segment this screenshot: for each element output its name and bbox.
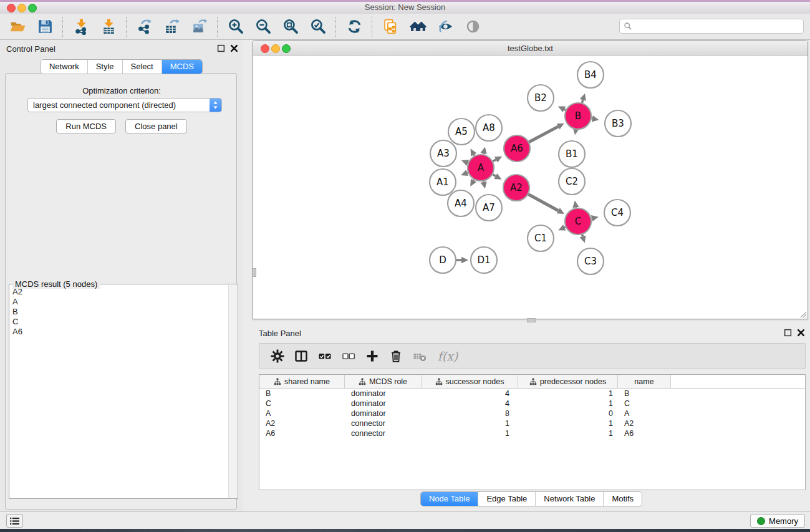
result-item[interactable]: A6 (10, 327, 228, 337)
resize-grip[interactable] (798, 309, 807, 318)
horizontal-scroll-nub[interactable] (527, 318, 536, 322)
edge-B-B4[interactable] (580, 94, 586, 103)
import-network-button[interactable] (67, 16, 95, 37)
table-row[interactable]: A2connector11A2 (259, 418, 805, 428)
tab-select[interactable]: Select (123, 60, 162, 74)
result-item[interactable]: C (10, 317, 228, 327)
edge-A-A8[interactable] (481, 147, 487, 154)
node-C4[interactable]: C4 (604, 200, 630, 226)
result-item[interactable]: A2 (10, 287, 228, 297)
node-A8[interactable]: A8 (476, 115, 502, 141)
column-header-MCDS-role[interactable]: MCDS role (345, 375, 422, 388)
network-canvas[interactable]: B4B2BB3A8A5A6A3B1AA1C2A2A4A7C4CC1DD1C3 (253, 56, 808, 319)
close-mcds-panel-button[interactable]: Close panel (125, 119, 187, 133)
node-C1[interactable]: C1 (528, 225, 554, 251)
node-A2[interactable]: A2 (503, 175, 529, 201)
node-A6[interactable]: A6 (504, 135, 530, 162)
table-row[interactable]: Cdominator41C (259, 399, 805, 409)
tab-network[interactable]: Network (41, 60, 88, 74)
node-B[interactable]: B (565, 103, 591, 129)
node-D[interactable]: D (430, 247, 456, 273)
edge-A-A1[interactable] (461, 170, 468, 176)
edge-B-B2[interactable] (558, 107, 566, 113)
edge-D-D1[interactable] (456, 257, 468, 263)
node-B4[interactable]: B4 (577, 62, 604, 88)
close-panel-button[interactable] (230, 44, 238, 52)
tab-style[interactable]: Style (88, 60, 123, 74)
edge-C-C1[interactable] (558, 225, 566, 231)
edge-C-C3[interactable] (580, 235, 586, 243)
zoom-out-button[interactable] (249, 16, 277, 37)
node-A1[interactable]: A1 (430, 169, 456, 195)
column-header-successor-nodes[interactable]: successor nodes (422, 375, 518, 388)
edge-A-A7[interactable] (481, 181, 487, 189)
export-table-button[interactable] (158, 16, 186, 37)
tab-motifs[interactable]: Motifs (604, 492, 642, 506)
table-row[interactable]: Bdominator41B (259, 389, 805, 399)
clone-network-button[interactable] (377, 16, 404, 37)
edge-A2-C[interactable] (528, 195, 564, 215)
hide-glyphs-button[interactable] (432, 16, 459, 37)
edge-C-C4[interactable] (591, 215, 599, 221)
node-A7[interactable]: A7 (476, 195, 502, 221)
node-A4[interactable]: A4 (448, 190, 474, 216)
cell-MCDS-role: dominator (345, 389, 422, 398)
edge-B-B3[interactable] (592, 115, 599, 122)
uncheck-all-button[interactable] (337, 346, 360, 367)
search-box[interactable] (619, 19, 804, 34)
result-scrollbar[interactable] (228, 285, 237, 498)
tab-mcds[interactable]: MCDS (162, 60, 202, 74)
column-header-shared-name[interactable]: shared name (259, 375, 345, 388)
node-C[interactable]: C (565, 208, 591, 235)
node-D1[interactable]: D1 (471, 247, 497, 273)
edge-C-C2[interactable] (572, 201, 579, 208)
export-network-button[interactable] (131, 16, 158, 37)
gear-button[interactable] (266, 346, 289, 367)
search-input[interactable] (635, 20, 803, 32)
zoom-in-button[interactable] (222, 16, 249, 37)
result-item[interactable]: B (10, 307, 228, 317)
add-column-button[interactable] (360, 346, 384, 367)
export-image-button[interactable] (186, 16, 213, 37)
split-view-button[interactable] (289, 346, 313, 367)
table-row[interactable]: A6connector11A6 (259, 428, 805, 438)
node-C2[interactable]: C2 (559, 168, 585, 195)
delete-column-button[interactable] (384, 346, 408, 367)
node-B3[interactable]: B3 (605, 110, 631, 137)
edge-A-A6[interactable] (493, 157, 502, 163)
node-B1[interactable]: B1 (559, 141, 585, 167)
node-C3[interactable]: C3 (577, 248, 604, 274)
zoom-fit-button[interactable] (277, 16, 304, 37)
result-item[interactable]: A (10, 297, 228, 307)
float-table-panel-button[interactable] (784, 329, 792, 337)
show-preview-button[interactable] (459, 16, 486, 37)
criterion-select[interactable]: largest connected component (directed) (27, 98, 222, 112)
node-A5[interactable]: A5 (448, 118, 475, 145)
column-header-predecessor-nodes[interactable]: predecessor nodes (518, 375, 618, 388)
run-mcds-button[interactable]: Run MCDS (56, 119, 116, 133)
network-window-titlebar: testGlobe.txt (253, 41, 808, 56)
node-A3[interactable]: A3 (430, 140, 456, 167)
node-A[interactable]: A (468, 155, 494, 181)
vertical-scroll-nub[interactable] (252, 268, 256, 277)
save-button[interactable] (31, 16, 59, 37)
tab-node-table[interactable]: Node Table (421, 492, 479, 506)
edge-A6-B[interactable] (529, 123, 564, 142)
task-history-button[interactable] (6, 514, 23, 528)
memory-button[interactable]: Memory (750, 514, 805, 528)
column-header-name[interactable]: name (618, 375, 671, 388)
edge-A-A2[interactable] (493, 173, 501, 180)
check-all-button[interactable] (313, 346, 337, 367)
refresh-button[interactable] (340, 16, 368, 37)
home-button[interactable] (404, 16, 432, 37)
table-row[interactable]: Adominator80A (259, 409, 805, 418)
open-folder-button[interactable] (4, 16, 31, 37)
node-B2[interactable]: B2 (528, 85, 554, 111)
float-panel-button[interactable] (217, 44, 225, 52)
zoom-selected-button[interactable] (304, 16, 332, 37)
tab-edge-table[interactable]: Edge Table (478, 492, 536, 506)
close-table-panel-button[interactable] (797, 329, 805, 337)
tab-network-table[interactable]: Network Table (536, 492, 604, 506)
show-preview-icon (465, 18, 481, 35)
import-table-button[interactable] (95, 16, 122, 37)
